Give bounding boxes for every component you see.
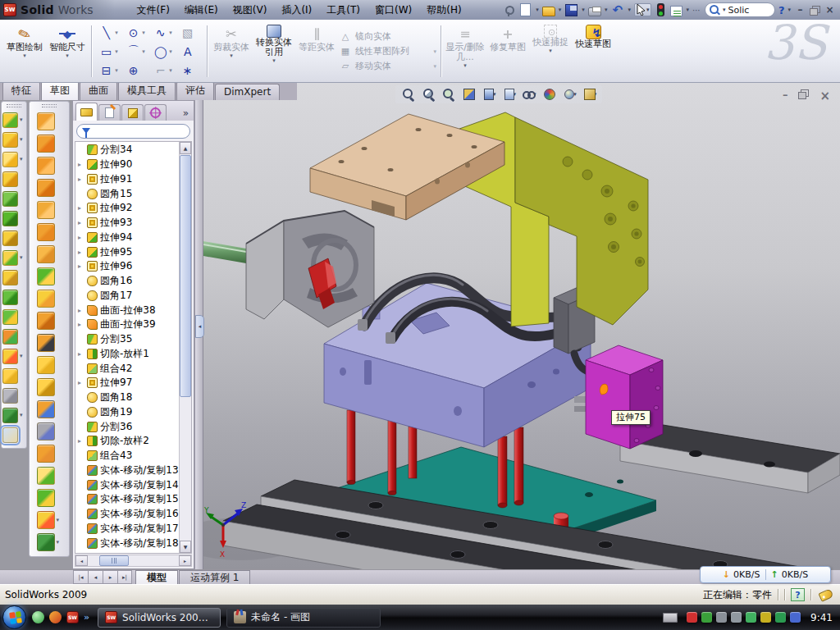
rib-icon[interactable] <box>2 270 18 285</box>
expand-arrow-icon[interactable]: ▸ <box>78 350 84 358</box>
tab-dimxpert-manager[interactable] <box>144 104 167 121</box>
expand-arrow-icon[interactable]: ▸ <box>78 219 84 226</box>
tab-feature-manager[interactable] <box>75 103 98 121</box>
tree-item[interactable]: ▸ 拉伸96 <box>75 259 179 274</box>
tree-item[interactable]: ▸ 实体-移动/复制18 <box>75 536 179 550</box>
tree-item[interactable]: ▸ 组合42 <box>75 361 179 376</box>
tree-item[interactable]: ▸ 分割34 <box>75 143 179 158</box>
delete-face-icon[interactable] <box>37 334 55 352</box>
sketch-entity-button[interactable]: ∗ ▾ <box>176 61 203 80</box>
new-file-dropdown[interactable]: ▾ <box>536 7 539 13</box>
sketch-entity-button[interactable]: A ▾ <box>176 42 203 61</box>
help-dropdown[interactable]: ▾ <box>788 7 791 13</box>
model-tab[interactable]: 模型 <box>135 570 178 584</box>
tree-item[interactable]: ▸ 拉伸90 <box>75 158 179 172</box>
tree-item[interactable]: ▸ 圆角19 <box>75 405 179 420</box>
ribbon-tab[interactable]: 草图 <box>41 80 79 100</box>
command-button[interactable]: 快速草图 ▾ <box>572 22 614 80</box>
previous-view-button[interactable] <box>441 87 456 102</box>
input-method-icon[interactable] <box>663 613 678 623</box>
tree-horizontal-scrollbar[interactable]: ◂ ▸ <box>75 555 192 567</box>
command-button[interactable]: 剪裁实体 ▾ <box>210 22 253 80</box>
sketch-entity-button[interactable]: ▧ ▾ <box>176 23 203 42</box>
close-button[interactable]: × <box>824 4 836 16</box>
split-icon[interactable] <box>2 309 18 325</box>
tree-item[interactable]: ▸ 分割36 <box>75 419 179 434</box>
search-box[interactable]: ▾ Solic <box>705 2 775 17</box>
tray-security-plus-icon[interactable] <box>775 612 786 623</box>
replace-face-icon[interactable] <box>37 356 55 374</box>
doc-minimize-button[interactable] <box>783 89 788 103</box>
thicken-icon[interactable] <box>37 467 55 485</box>
panel-splitter[interactable] <box>194 100 203 569</box>
sketch-entity-button[interactable]: ∿ ▾ <box>149 23 176 42</box>
tree-item[interactable]: ▸ 曲面-拉伸39 <box>75 317 179 332</box>
command-dropdown[interactable]: ▾ <box>23 52 26 59</box>
design-checker-button[interactable] <box>670 6 682 16</box>
traffic-light-icon[interactable] <box>657 3 664 16</box>
extruded-boss-icon[interactable] <box>2 112 18 128</box>
revolved-boss-icon[interactable] <box>2 132 18 148</box>
tree-item[interactable]: ▸ 拉伸92 <box>75 201 179 216</box>
sketch-entity-button[interactable]: ▭ ▾ <box>95 42 122 61</box>
tree-item[interactable]: ▸ 曲面-拉伸38 <box>75 303 179 317</box>
display-style-button[interactable] <box>502 87 517 102</box>
tray-shield-green-icon[interactable] <box>701 612 712 623</box>
tree-item[interactable]: ▸ 拉伸95 <box>75 244 179 259</box>
open-file-dropdown[interactable]: ▾ <box>559 7 562 13</box>
doc-restore-button[interactable] <box>798 89 809 99</box>
restore-button[interactable] <box>810 5 820 16</box>
expand-arrow-icon[interactable]: ▸ <box>78 161 84 168</box>
tree-vertical-scrollbar[interactable]: ▲ ▼ <box>179 142 191 553</box>
sketch-entity-button[interactable]: ⊟ ▾ <box>95 61 122 80</box>
sketch-entity-button[interactable]: ◯ ▾ <box>149 42 176 61</box>
menu-item[interactable]: 编辑(E) <box>177 1 226 20</box>
tree-item[interactable]: ▸ 实体-移动/复制15 <box>75 492 179 507</box>
ribbon-tab[interactable]: DimXpert <box>215 84 280 100</box>
command-button[interactable]: 智能尺寸 ▾ <box>46 22 89 80</box>
select-tool-button[interactable]: ▾ <box>634 3 652 16</box>
thickened-cut-icon[interactable] <box>37 489 55 507</box>
model-tab[interactable]: 运动算例 1 <box>179 570 250 584</box>
tree-item[interactable]: ▸ 拉伸94 <box>75 231 179 245</box>
select-dropdown[interactable]: ▾ <box>646 7 650 13</box>
tree-item[interactable]: ▸ 圆角15 <box>75 186 179 201</box>
sketch-entity-button[interactable]: ⊙ ▾ <box>122 23 149 42</box>
untrim-surface-icon[interactable] <box>37 378 55 396</box>
quick-tips-button[interactable] <box>791 588 805 601</box>
tree-item[interactable]: ▸ 圆角17 <box>75 289 179 304</box>
sketch-entity-button[interactable]: ⌐ ▾ <box>149 61 176 80</box>
boundary-boss-icon[interactable] <box>2 211 18 226</box>
tree-filter-input[interactable] <box>76 124 190 139</box>
save-dropdown[interactable]: ▾ <box>582 7 585 13</box>
hole-wizard-icon[interactable] <box>2 231 18 246</box>
command-button[interactable]: 等距实体 ▾ <box>295 22 338 80</box>
tree-item[interactable]: ▸ 组合43 <box>75 449 179 463</box>
planar-surface-icon[interactable] <box>37 245 55 263</box>
scroll-down-button[interactable]: ▼ <box>180 541 191 553</box>
undo-button[interactable]: ↶ <box>610 3 624 17</box>
lofted-boss-icon[interactable] <box>2 191 18 207</box>
expand-arrow-icon[interactable]: ▸ <box>78 321 84 328</box>
tab-property-manager[interactable] <box>98 104 121 121</box>
panel-collapse-handle[interactable] <box>195 315 204 338</box>
save-button[interactable] <box>565 4 578 16</box>
freeform-icon[interactable] <box>37 267 55 285</box>
expand-arrow-icon[interactable]: ▸ <box>78 379 84 386</box>
prev-tab-button[interactable] <box>88 570 103 584</box>
panel-tabs-overflow[interactable] <box>183 107 192 121</box>
print-button[interactable] <box>588 7 601 16</box>
zoom-to-area-button[interactable] <box>422 87 436 102</box>
first-tab-button[interactable] <box>73 570 88 584</box>
offset-surface-icon[interactable] <box>37 290 55 308</box>
tray-network-warning-icon[interactable] <box>760 612 771 623</box>
tree-item[interactable]: ▸ 实体-移动/复制13 <box>75 463 179 478</box>
command-button[interactable]: 转换实体引用 ▾ <box>253 22 295 80</box>
model-canvas[interactable]: Y Z X <box>203 83 840 569</box>
extruded-surface-icon[interactable] <box>37 112 55 130</box>
tree-item[interactable]: ▸ 拉伸91 <box>75 172 179 187</box>
menu-item[interactable]: 帮助(H) <box>419 1 468 20</box>
expand-arrow-icon[interactable]: ▸ <box>78 307 84 314</box>
magenta-block-part[interactable] <box>586 345 663 449</box>
knit-surface-icon[interactable] <box>37 445 55 463</box>
